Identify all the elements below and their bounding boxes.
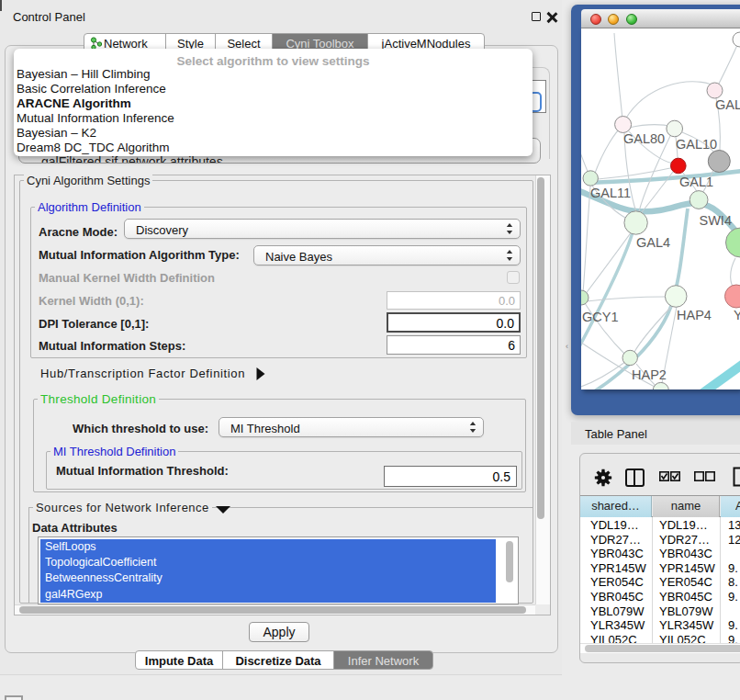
- svg-text:GAL80: GAL80: [623, 131, 665, 146]
- svg-text:GAL4: GAL4: [636, 235, 670, 250]
- svg-text:HAP2: HAP2: [632, 367, 667, 382]
- svg-text:GAL10: GAL10: [676, 137, 717, 152]
- svg-text:GAL7: GAL7: [715, 97, 740, 112]
- svg-text:YM: YM: [734, 308, 740, 322]
- svg-text:GAL1: GAL1: [679, 175, 713, 189]
- svg-text:GAL11: GAL11: [590, 186, 631, 200]
- svg-text:GCY1: GCY1: [582, 310, 619, 324]
- svg-text:HAP4: HAP4: [677, 308, 712, 322]
- svg-text:SWI4: SWI4: [700, 213, 732, 228]
